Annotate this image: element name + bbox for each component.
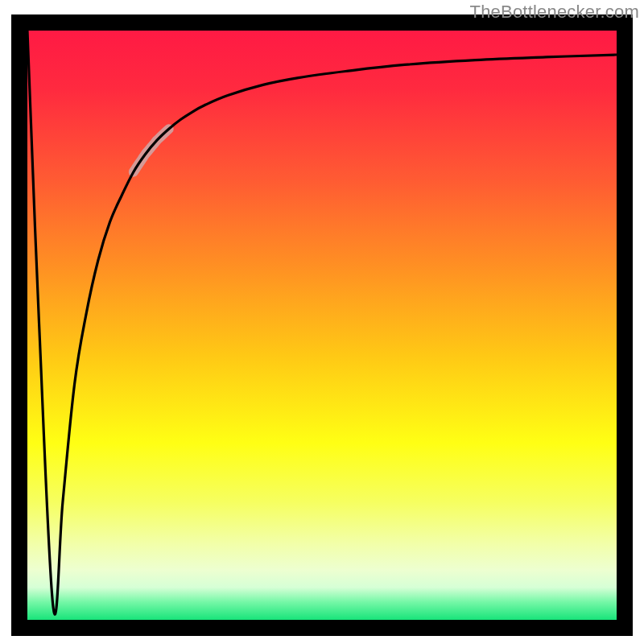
- attribution-label: TheBottlenecker.com: [470, 2, 639, 23]
- chart-container: TheBottlenecker.com: [0, 0, 644, 644]
- chart-svg: [0, 0, 644, 644]
- plot-background: [27, 31, 617, 620]
